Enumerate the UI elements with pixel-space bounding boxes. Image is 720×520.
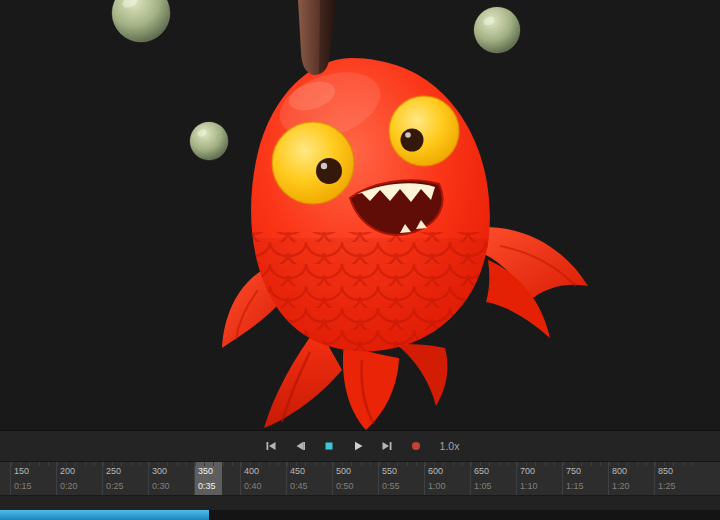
timecode: 0:15 xyxy=(14,481,32,491)
scrollbar-thumb[interactable] xyxy=(0,510,209,520)
timeline-marker-800[interactable]: 8001:20 xyxy=(608,462,654,495)
timeline-marker-750[interactable]: 7501:15 xyxy=(562,462,608,495)
timecode: 1:10 xyxy=(520,481,538,491)
go-to-start-icon xyxy=(265,440,277,452)
play-button[interactable] xyxy=(348,436,368,456)
frame-number: 350 xyxy=(198,466,213,476)
timecode: 1:05 xyxy=(474,481,492,491)
fish-scales xyxy=(246,232,496,362)
frame-number: 300 xyxy=(152,466,167,476)
fish-left-eye xyxy=(272,122,354,204)
timecode: 0:35 xyxy=(198,481,216,491)
timeline-marker-300[interactable]: 3000:30 xyxy=(148,462,194,495)
frame-number: 150 xyxy=(14,466,29,476)
timeline-scrollbar[interactable] xyxy=(0,510,720,520)
timecode: 0:25 xyxy=(106,481,124,491)
frame-number: 850 xyxy=(658,466,673,476)
timeline-marker-500[interactable]: 5000:50 xyxy=(332,462,378,495)
frame-number: 550 xyxy=(382,466,397,476)
timeline-marker-700[interactable]: 7001:10 xyxy=(516,462,562,495)
go-to-start-button[interactable] xyxy=(261,436,281,456)
frame-number: 650 xyxy=(474,466,489,476)
playback-speed-label[interactable]: 1.0x xyxy=(435,440,460,452)
frame-number: 200 xyxy=(60,466,75,476)
timeline-marker-400[interactable]: 4000:40 xyxy=(240,462,286,495)
transport-bar: 1.0x xyxy=(0,430,720,461)
timecode: 1:20 xyxy=(612,481,630,491)
timeline-marker-650[interactable]: 6501:05 xyxy=(470,462,516,495)
play-icon xyxy=(352,440,364,452)
record-button[interactable] xyxy=(406,436,426,456)
timeline-marker-850[interactable]: 8501:25 xyxy=(654,462,700,495)
timeline-ruler[interactable]: 1500:152000:202500:253000:303500:354000:… xyxy=(0,461,720,495)
step-forward-icon xyxy=(381,440,393,452)
bubble-3 xyxy=(190,122,228,160)
frame-number: 250 xyxy=(106,466,121,476)
stop-icon xyxy=(323,440,335,452)
frame-number: 500 xyxy=(336,466,351,476)
goldfish-character[interactable] xyxy=(222,0,588,430)
stage-viewport xyxy=(0,0,720,430)
bubble-1 xyxy=(112,0,170,42)
step-forward-button[interactable] xyxy=(377,436,397,456)
frame-number: 600 xyxy=(428,466,443,476)
frame-number: 700 xyxy=(520,466,535,476)
fish-right-eye xyxy=(389,96,459,166)
step-back-icon xyxy=(294,440,306,452)
frame-number: 450 xyxy=(290,466,305,476)
timecode: 0:50 xyxy=(336,481,354,491)
timeline-marker-600[interactable]: 6001:00 xyxy=(424,462,470,495)
frame-number: 750 xyxy=(566,466,581,476)
timecode: 0:20 xyxy=(60,481,78,491)
step-back-button[interactable] xyxy=(290,436,310,456)
animation-editor: 1.0x 1500:152000:202500:253000:303500:35… xyxy=(0,0,720,520)
stop-button[interactable] xyxy=(319,436,339,456)
record-icon xyxy=(410,440,422,452)
timecode: 0:30 xyxy=(152,481,170,491)
animation-canvas xyxy=(0,0,720,430)
frame-number: 400 xyxy=(244,466,259,476)
timeline-marker-250[interactable]: 2500:25 xyxy=(102,462,148,495)
timecode: 1:15 xyxy=(566,481,584,491)
bubble-2 xyxy=(474,7,520,53)
timeline-track[interactable] xyxy=(0,495,720,510)
frame-number: 800 xyxy=(612,466,627,476)
timecode: 1:25 xyxy=(658,481,676,491)
timecode: 0:45 xyxy=(290,481,308,491)
timeline-marker-450[interactable]: 4500:45 xyxy=(286,462,332,495)
timecode: 0:55 xyxy=(382,481,400,491)
timecode: 1:00 xyxy=(428,481,446,491)
timeline-marker-150[interactable]: 1500:15 xyxy=(10,462,56,495)
timecode: 0:40 xyxy=(244,481,262,491)
timeline-marker-350[interactable]: 3500:35 xyxy=(194,462,240,495)
timeline-marker-200[interactable]: 2000:20 xyxy=(56,462,102,495)
timeline-marker-550[interactable]: 5500:55 xyxy=(378,462,424,495)
